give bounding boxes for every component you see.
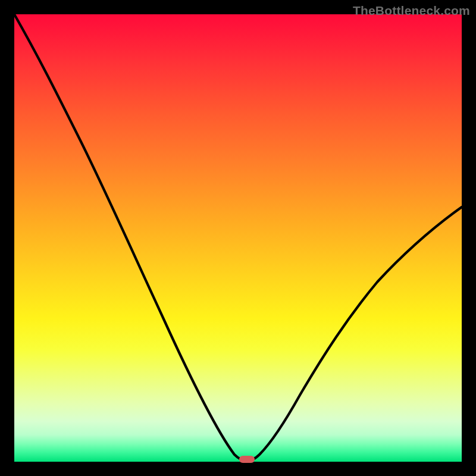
bottleneck-curve [14, 14, 462, 462]
watermark-text: TheBottleneck.com [353, 4, 470, 18]
chart-container: TheBottleneck.com [0, 0, 476, 476]
minimum-marker [239, 456, 255, 463]
plot-area [14, 14, 462, 462]
curve-path [14, 14, 462, 461]
